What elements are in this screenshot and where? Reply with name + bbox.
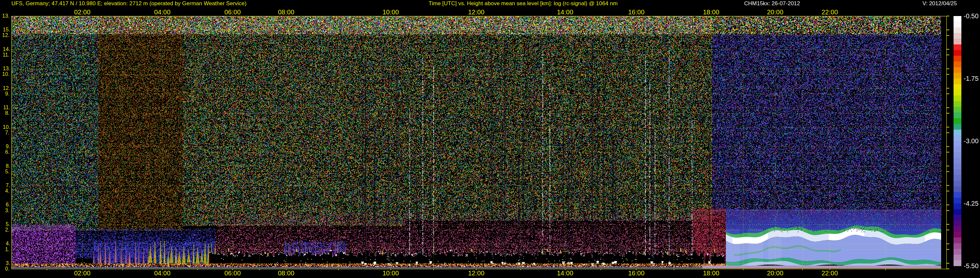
x-axis-label-top: 04:00 [154, 8, 170, 16]
y-axis-label-msl: 14. [0, 47, 10, 52]
y-axis-label-agl: 7. [0, 130, 10, 136]
y-axis-label-agl: 10. [0, 72, 10, 77]
y-axis-label-agl: 4. [0, 189, 10, 193]
x-axis-label-bottom: 14:00 [557, 270, 573, 277]
y-axis-label-msl: 6. [0, 202, 10, 207]
y-axis-label-agl: 13. [0, 13, 10, 19]
colorbar-label: -0.50 [964, 13, 979, 20]
y-axis-label-msl: 9. [0, 144, 10, 149]
x-axis-label-top: 10:00 [382, 8, 399, 16]
y-axis-label-msl: 10. [0, 125, 10, 130]
x-axis-label-top: 20:00 [767, 8, 783, 16]
x-axis-label-top: 08:00 [278, 8, 294, 16]
y-axis-label-msl: 11. [0, 105, 10, 110]
x-axis-label-top: 18:00 [703, 8, 719, 16]
colorbar-label: -5.50 [964, 262, 979, 270]
colorbar-label: -4.25 [964, 200, 979, 207]
x-axis-label-top: 12:00 [468, 8, 484, 16]
y-axis-label-agl: 8. [0, 110, 10, 116]
ceilometer-heatmap-canvas [0, 0, 980, 278]
y-axis-label-agl: 3. [0, 208, 10, 213]
x-axis-label-bottom: 06:00 [224, 270, 241, 277]
x-axis-label-bottom: 10:00 [382, 270, 399, 277]
header-version: V: 2012/04/25 [923, 0, 957, 7]
y-axis-label-msl: 7. [0, 183, 10, 188]
y-axis-label-agl: 9. [0, 91, 10, 96]
x-axis-label-bottom: 20:00 [767, 270, 783, 277]
x-axis-label-top: 02:00 [74, 8, 91, 16]
y-axis-label-agl: 11. [0, 52, 10, 58]
x-axis-label-top: 06:00 [224, 8, 241, 16]
ceilometer-quicklook: UFS, Germany; 47.417 N / 10.980 E; eleva… [0, 0, 980, 278]
x-axis-label-top: 22:00 [822, 8, 838, 16]
y-axis-label-msl: 3. [0, 260, 10, 266]
x-axis-label-bottom: 02:00 [74, 270, 91, 277]
x-axis-label-bottom: 16:00 [628, 270, 644, 277]
y-axis-label-msl: 4. [0, 241, 10, 246]
header-plot-title: Time [UTC] vs. Height above mean sea lev… [429, 0, 618, 7]
y-axis-label-agl: 6. [0, 149, 10, 155]
colorbar-label: -1.75 [964, 75, 979, 82]
x-axis-label-bottom: 08:00 [278, 270, 294, 277]
header-station: UFS, Germany; 47.417 N / 10.980 E; eleva… [11, 0, 247, 7]
y-axis-label-agl: 0. [0, 266, 10, 272]
y-axis-label-agl: 2. [0, 227, 10, 233]
y-axis-label-msl: 12. [0, 86, 10, 91]
y-axis-label-msl: 8. [0, 163, 10, 169]
x-axis-label-bottom: 12:00 [468, 270, 484, 277]
x-axis-label-bottom: 18:00 [703, 270, 719, 277]
y-axis-label-msl: 13. [0, 66, 10, 71]
header-device-date: CHM15kx: 26-07-2012 [744, 0, 800, 7]
colorbar-label: -3.00 [964, 137, 979, 145]
x-axis-label-top: 14:00 [557, 8, 573, 16]
y-axis-label-msl: 15. [0, 27, 10, 32]
y-axis-label-agl: 1. [0, 247, 10, 252]
y-axis-label-agl: 12. [0, 33, 10, 38]
x-axis-label-bottom: 22:00 [822, 270, 838, 277]
y-axis-label-agl: 5. [0, 169, 10, 174]
y-axis-label-msl: 5. [0, 222, 10, 227]
x-axis-label-top: 16:00 [628, 8, 644, 16]
x-axis-label-bottom: 04:00 [154, 270, 170, 277]
